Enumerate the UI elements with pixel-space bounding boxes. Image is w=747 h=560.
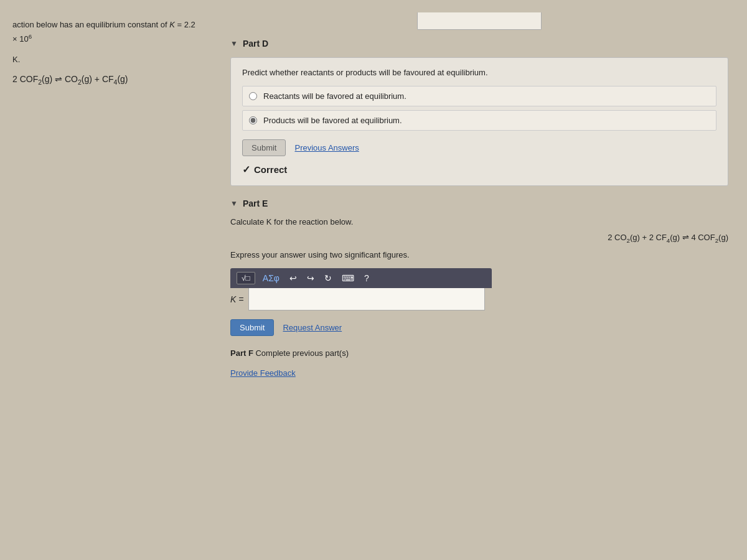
provide-feedback-link[interactable]: Provide Feedback	[230, 368, 728, 378]
request-answer-link[interactable]: Request Answer	[283, 323, 342, 332]
part-d-question: Predict whether reactants or products wi…	[242, 68, 716, 77]
part-f-row: Part F Complete previous part(s)	[230, 348, 728, 358]
toolbar-keyboard-icon[interactable]: ⌨	[339, 272, 357, 284]
part-e-submit-row: Submit Request Answer	[230, 319, 728, 336]
part-e-label: Part E	[243, 198, 268, 208]
provide-feedback-text[interactable]: Provide Feedback	[230, 368, 296, 378]
radio-option-reactants[interactable]: Reactants will be favored at equilibrium…	[242, 86, 716, 106]
k-label: K =	[230, 294, 243, 304]
toolbar-arrow-left-icon[interactable]: ↩	[287, 272, 299, 284]
math-toolbar: √□ ΑΣφ ↩ ↪ ↻ ⌨ ?	[230, 268, 492, 288]
toolbar-question-icon[interactable]: ?	[362, 272, 372, 284]
part-e-arrow: ▼	[230, 199, 238, 208]
part-d-header: ▼ Part D	[230, 39, 728, 49]
calc-text: Calculate K for the reaction below.	[230, 217, 728, 226]
toolbar-arrow-right-icon[interactable]: ↪	[304, 272, 317, 284]
k-unit: K.	[12, 54, 199, 67]
part-f-complete-text: Complete previous part(s)	[255, 348, 349, 358]
top-input-field	[417, 12, 542, 30]
toolbar-refresh-icon[interactable]: ↻	[322, 272, 334, 284]
left-equation: 2 COF2(g) ⇌ CO2(g) + CF4(g)	[12, 74, 199, 86]
correct-label: Correct	[254, 164, 287, 175]
right-panel: ▼ Part D Predict whether reactants or pr…	[212, 0, 747, 560]
radio-reactants[interactable]	[249, 92, 257, 100]
k-answer-input[interactable]	[248, 288, 485, 310]
problem-text-content: action below has an equilibrium constant…	[12, 20, 167, 29]
radio-products[interactable]	[249, 116, 257, 124]
part-d-label: Part D	[243, 39, 268, 49]
part-f-label: Part F	[230, 348, 253, 358]
radio-products-label: Products will be favored at equilibrium.	[263, 116, 402, 125]
left-panel: action below has an equilibrium constant…	[0, 0, 212, 560]
sig-figs-text: Express your answer using two significan…	[230, 250, 728, 259]
k-input-row: K =	[230, 288, 728, 310]
sqrt-icon: √□	[242, 274, 250, 282]
part-d-submit-button[interactable]: Submit	[242, 139, 286, 156]
top-input-bar	[230, 12, 728, 30]
part-d-card: Predict whether reactants or products wi…	[230, 57, 728, 186]
part-d-previous-answers[interactable]: Previous Answers	[294, 143, 359, 152]
correct-badge: ✓ Correct	[242, 164, 716, 175]
toolbar-sqrt-btn[interactable]: √□	[237, 272, 255, 284]
part-d-submit-row: Submit Previous Answers	[242, 139, 716, 156]
radio-option-products[interactable]: Products will be favored at equilibrium.	[242, 110, 716, 131]
toolbar-ase-btn[interactable]: ΑΣφ	[260, 272, 282, 284]
part-e-header: ▼ Part E	[230, 198, 728, 208]
check-icon: ✓	[242, 164, 250, 175]
problem-text: action below has an equilibrium constant…	[12, 19, 199, 46]
radio-reactants-label: Reactants will be favored at equilibrium…	[263, 91, 406, 101]
part-e-content: Calculate K for the reaction below. 2 CO…	[230, 217, 728, 336]
part-e-submit-button[interactable]: Submit	[230, 319, 274, 336]
part-d-arrow: ▼	[230, 39, 238, 48]
part-e-reaction: 2 CO2(g) + 2 CF4(g) ⇌ 4 COF2(g)	[230, 233, 728, 244]
